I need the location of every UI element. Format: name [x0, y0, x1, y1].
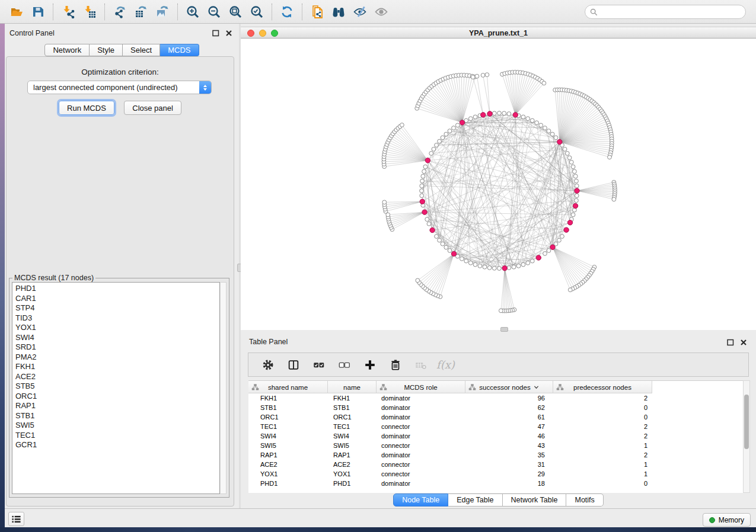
network-canvas[interactable] [241, 39, 756, 330]
toolbar-separator [177, 4, 178, 20]
mcds-result-item[interactable]: STB1 [12, 411, 219, 421]
clone-network-button[interactable] [307, 2, 328, 21]
close-control-panel-button[interactable] [225, 29, 233, 37]
mcds-result-item[interactable]: PHD1 [12, 284, 219, 294]
run-mcds-button[interactable]: Run MCDS [59, 101, 114, 115]
sort-descending-icon [534, 384, 539, 390]
column-header-name[interactable]: name [328, 381, 377, 393]
mcds-result-item[interactable]: PMA2 [12, 352, 219, 363]
show-all-button[interactable] [371, 2, 392, 21]
table-row[interactable]: FKH1FKH1dominator962 [248, 393, 743, 403]
column-header-MCDS-role[interactable]: MCDS role [377, 381, 465, 393]
mcds-result-item[interactable]: GCR1 [12, 440, 219, 450]
mcds-result-item[interactable]: TEC1 [12, 431, 219, 441]
column-header-shared-name[interactable]: shared name [248, 381, 328, 393]
table-cell: 46 [465, 432, 553, 440]
table-row[interactable]: PHD1PHD1dominator180 [248, 479, 743, 488]
mcds-result-item[interactable]: FKH1 [12, 362, 219, 372]
table-panel-title: Table Panel [249, 338, 288, 346]
zoom-fit-button[interactable] [225, 2, 246, 21]
table-cell: 1 [553, 442, 652, 449]
float-panel-button[interactable] [212, 29, 220, 37]
tree-icon [468, 383, 476, 391]
zoom-in-button[interactable] [182, 2, 203, 21]
mcds-result-item[interactable]: ACE2 [12, 372, 219, 382]
table-cell: YOX1 [248, 470, 328, 477]
export-image-button[interactable] [152, 2, 173, 21]
zoom-out-button[interactable] [203, 2, 225, 21]
column-header-predecessor-nodes[interactable]: predecessor nodes [553, 381, 652, 393]
open-folder-icon [9, 5, 24, 19]
main-toolbar [0, 0, 756, 24]
refresh-icon [280, 5, 294, 19]
table-cell: 62 [465, 404, 553, 411]
table-row[interactable]: SWI5SWI5connector431 [248, 441, 743, 450]
table-cell: 0 [553, 404, 652, 411]
tab-edge-table[interactable]: Edge Table [448, 493, 502, 507]
table-row[interactable]: YOX1YOX1connector291 [248, 469, 743, 479]
mcds-result-item[interactable]: RAP1 [12, 401, 219, 411]
hide-selected-button[interactable] [349, 2, 371, 21]
save-session-button[interactable] [27, 2, 49, 21]
table-row[interactable]: STB1STB1dominator620 [248, 403, 743, 412]
close-panel-button[interactable]: Close panel [124, 101, 181, 115]
mcds-result-item[interactable]: CAR1 [12, 294, 219, 304]
table-row[interactable]: ACE2ACE2connector311 [248, 460, 743, 469]
control-tab-mcds[interactable]: MCDS [160, 44, 199, 56]
mcds-result-item[interactable]: YOX1 [12, 323, 219, 333]
zoom-selected-button[interactable] [246, 2, 267, 21]
control-tab-select[interactable]: Select [123, 44, 160, 56]
float-table-panel-button[interactable] [726, 338, 735, 347]
search-input[interactable] [601, 7, 741, 17]
open-session-button[interactable] [6, 2, 27, 21]
table-scrollbar[interactable] [743, 380, 750, 493]
import-table-button[interactable] [79, 2, 100, 21]
show-columns-button[interactable] [283, 355, 304, 374]
import-network-button[interactable] [58, 2, 79, 21]
memory-button[interactable]: Memory [703, 513, 751, 527]
table-cell: dominator [377, 451, 465, 459]
splitter-grip[interactable] [500, 327, 508, 332]
table-row[interactable]: TEC1TEC1connector472 [248, 422, 743, 431]
network-search-box[interactable] [585, 5, 746, 19]
tab-network-table[interactable]: Network Table [503, 493, 567, 507]
control-tab-network[interactable]: Network [44, 44, 90, 56]
export-network-button[interactable] [109, 2, 130, 21]
network-title-bar[interactable]: YPA_prune.txt_1 [241, 27, 756, 39]
table-row[interactable]: SWI4SWI4dominator462 [248, 431, 743, 441]
delete-column-button[interactable] [385, 355, 406, 374]
table-row[interactable]: RAP1RAP1dominator352 [248, 450, 743, 460]
mcds-result-item[interactable]: TID3 [12, 313, 219, 323]
table-row[interactable]: ORC1ORC1dominator610 [248, 412, 743, 422]
mcds-result-scrollbar[interactable] [220, 282, 227, 494]
criterion-dropdown[interactable]: largest connected component (undirected) [27, 81, 212, 94]
scrollbar-thumb[interactable] [744, 395, 749, 449]
delete-table-button-disabled [411, 355, 431, 374]
table-cell: connector [377, 461, 465, 468]
control-panel-title: Control Panel [9, 29, 55, 37]
search-icon [590, 8, 598, 16]
panel-menu-button[interactable] [8, 512, 24, 526]
deselect-all-rows-button[interactable] [334, 355, 355, 374]
search-binoculars-button[interactable] [328, 2, 349, 21]
tab-motifs[interactable]: Motifs [566, 493, 603, 507]
refresh-view-button[interactable] [276, 2, 298, 21]
tab-node-table[interactable]: Node Table [393, 493, 448, 507]
create-column-button[interactable] [360, 355, 380, 374]
network-graph[interactable] [241, 39, 756, 330]
plus-icon [363, 358, 377, 371]
select-all-rows-button[interactable] [309, 355, 329, 374]
mcds-result-item[interactable]: STP4 [12, 303, 219, 313]
export-table-button[interactable] [130, 2, 152, 21]
mcds-result-item[interactable]: SRD1 [12, 342, 219, 352]
control-tab-style[interactable]: Style [90, 44, 123, 56]
mcds-result-item[interactable]: STB5 [12, 382, 219, 392]
mcds-result-item[interactable]: SWI5 [12, 421, 219, 431]
mcds-result-item[interactable]: SWI4 [12, 333, 219, 343]
close-table-panel-button[interactable] [739, 338, 748, 347]
eye-slash-icon [353, 5, 367, 19]
mcds-result-item[interactable]: ORC1 [12, 392, 219, 402]
export-image-icon [155, 5, 170, 19]
table-options-button[interactable] [258, 355, 278, 374]
column-header-successor-nodes[interactable]: successor nodes [465, 381, 553, 393]
